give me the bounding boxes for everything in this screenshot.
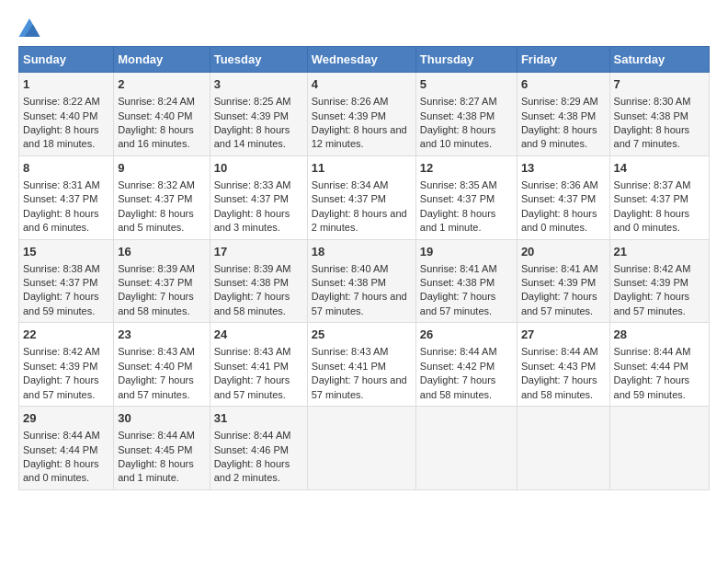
day-number: 26	[420, 327, 513, 343]
day-number: 20	[521, 244, 606, 260]
day-number: 16	[118, 244, 205, 260]
sunrise: Sunrise: 8:43 AM	[312, 346, 389, 357]
calendar-cell	[517, 407, 609, 490]
sunrise: Sunrise: 8:33 AM	[214, 179, 291, 190]
calendar-cell: 18Sunrise: 8:40 AMSunset: 4:38 PMDayligh…	[307, 239, 415, 323]
daylight: Daylight: 7 hours and 58 minutes.	[214, 291, 290, 316]
sunset: Sunset: 4:40 PM	[118, 361, 192, 372]
day-number: 3	[214, 76, 303, 93]
sunset: Sunset: 4:41 PM	[312, 361, 386, 372]
sunrise: Sunrise: 8:39 AM	[118, 263, 195, 274]
daylight: Daylight: 7 hours and 58 minutes.	[420, 374, 496, 399]
sunset: Sunset: 4:40 PM	[23, 110, 97, 121]
day-number: 24	[214, 327, 303, 343]
calendar-cell	[307, 407, 415, 490]
sunrise: Sunrise: 8:44 AM	[214, 430, 291, 441]
daylight: Daylight: 8 hours and 14 minutes.	[214, 124, 290, 149]
sunset: Sunset: 4:37 PM	[23, 193, 97, 204]
sunset: Sunset: 4:39 PM	[23, 361, 97, 372]
day-number: 15	[23, 244, 109, 260]
calendar-cell: 29Sunrise: 8:44 AMSunset: 4:44 PMDayligh…	[19, 407, 114, 490]
day-number: 23	[118, 327, 205, 343]
calendar-table: SundayMondayTuesdayWednesdayThursdayFrid…	[18, 46, 710, 490]
sunset: Sunset: 4:40 PM	[118, 110, 192, 121]
calendar-cell	[415, 407, 517, 490]
calendar-cell: 21Sunrise: 8:42 AMSunset: 4:39 PMDayligh…	[609, 239, 709, 323]
header-day-monday: Monday	[114, 47, 210, 73]
day-number: 31	[214, 410, 303, 427]
calendar-cell: 14Sunrise: 8:37 AMSunset: 4:37 PMDayligh…	[609, 155, 709, 239]
sunset: Sunset: 4:41 PM	[214, 361, 289, 372]
logo-icon	[18, 18, 40, 37]
calendar-cell: 16Sunrise: 8:39 AMSunset: 4:37 PMDayligh…	[114, 239, 210, 323]
sunset: Sunset: 4:38 PM	[614, 110, 688, 121]
sunrise: Sunrise: 8:44 AM	[118, 430, 195, 441]
daylight: Daylight: 7 hours and 57 minutes.	[23, 374, 99, 399]
sunset: Sunset: 4:37 PM	[312, 193, 386, 204]
sunrise: Sunrise: 8:43 AM	[118, 346, 195, 357]
daylight: Daylight: 8 hours and 2 minutes.	[214, 458, 290, 483]
day-number: 9	[118, 160, 205, 177]
calendar-cell: 20Sunrise: 8:41 AMSunset: 4:39 PMDayligh…	[517, 239, 609, 323]
sunset: Sunset: 4:39 PM	[614, 277, 688, 288]
calendar-cell: 27Sunrise: 8:44 AMSunset: 4:43 PMDayligh…	[517, 323, 609, 407]
header-day-wednesday: Wednesday	[307, 47, 415, 73]
calendar-cell: 30Sunrise: 8:44 AMSunset: 4:45 PMDayligh…	[114, 407, 210, 490]
calendar-header: SundayMondayTuesdayWednesdayThursdayFrid…	[19, 47, 710, 73]
daylight: Daylight: 8 hours and 6 minutes.	[23, 208, 99, 233]
sunset: Sunset: 4:45 PM	[118, 444, 192, 455]
week-row-4: 22Sunrise: 8:42 AMSunset: 4:39 PMDayligh…	[19, 323, 710, 407]
day-number: 11	[312, 160, 412, 177]
calendar-cell: 31Sunrise: 8:44 AMSunset: 4:46 PMDayligh…	[210, 407, 307, 490]
daylight: Daylight: 8 hours and 1 minute.	[118, 458, 194, 483]
sunrise: Sunrise: 8:25 AM	[214, 96, 291, 107]
calendar-cell: 1Sunrise: 8:22 AMSunset: 4:40 PMDaylight…	[19, 73, 114, 156]
sunset: Sunset: 4:37 PM	[521, 193, 596, 204]
day-number: 18	[312, 244, 412, 260]
sunrise: Sunrise: 8:31 AM	[23, 179, 100, 190]
header-day-sunday: Sunday	[19, 47, 114, 73]
sunrise: Sunrise: 8:44 AM	[521, 346, 598, 357]
day-number: 7	[614, 76, 705, 93]
sunrise: Sunrise: 8:41 AM	[521, 263, 598, 274]
daylight: Daylight: 8 hours and 0 minutes.	[23, 458, 99, 483]
calendar-cell: 15Sunrise: 8:38 AMSunset: 4:37 PMDayligh…	[19, 239, 114, 323]
daylight: Daylight: 7 hours and 58 minutes.	[521, 374, 597, 399]
calendar-cell: 22Sunrise: 8:42 AMSunset: 4:39 PMDayligh…	[19, 323, 114, 407]
header-day-thursday: Thursday	[415, 47, 517, 73]
calendar-cell: 2Sunrise: 8:24 AMSunset: 4:40 PMDaylight…	[114, 73, 210, 156]
calendar-cell: 17Sunrise: 8:39 AMSunset: 4:38 PMDayligh…	[210, 239, 307, 323]
daylight: Daylight: 8 hours and 10 minutes.	[420, 124, 496, 149]
sunrise: Sunrise: 8:35 AM	[420, 179, 497, 190]
daylight: Daylight: 8 hours and 1 minute.	[420, 208, 496, 233]
day-number: 19	[420, 244, 513, 260]
sunset: Sunset: 4:37 PM	[118, 277, 192, 288]
daylight: Daylight: 8 hours and 9 minutes.	[521, 124, 597, 149]
week-row-5: 29Sunrise: 8:44 AMSunset: 4:44 PMDayligh…	[19, 407, 710, 490]
daylight: Daylight: 7 hours and 57 minutes.	[521, 291, 597, 316]
day-number: 2	[118, 76, 205, 93]
sunset: Sunset: 4:38 PM	[521, 110, 596, 121]
sunset: Sunset: 4:38 PM	[214, 277, 289, 288]
day-number: 10	[214, 160, 303, 177]
calendar-cell: 24Sunrise: 8:43 AMSunset: 4:41 PMDayligh…	[210, 323, 307, 407]
sunset: Sunset: 4:44 PM	[23, 444, 97, 455]
week-row-3: 15Sunrise: 8:38 AMSunset: 4:37 PMDayligh…	[19, 239, 710, 323]
header-row: SundayMondayTuesdayWednesdayThursdayFrid…	[19, 47, 710, 73]
day-number: 30	[118, 410, 205, 427]
sunrise: Sunrise: 8:44 AM	[420, 346, 497, 357]
daylight: Daylight: 8 hours and 5 minutes.	[118, 208, 194, 233]
calendar-cell	[609, 407, 709, 490]
sunrise: Sunrise: 8:27 AM	[420, 96, 497, 107]
daylight: Daylight: 7 hours and 58 minutes.	[118, 291, 194, 316]
sunset: Sunset: 4:43 PM	[521, 361, 596, 372]
header-day-friday: Friday	[517, 47, 609, 73]
day-number: 17	[214, 244, 303, 260]
sunrise: Sunrise: 8:44 AM	[23, 430, 100, 441]
day-number: 27	[521, 327, 606, 343]
calendar-cell: 13Sunrise: 8:36 AMSunset: 4:37 PMDayligh…	[517, 155, 609, 239]
daylight: Daylight: 7 hours and 57 minutes.	[614, 291, 690, 316]
calendar-body: 1Sunrise: 8:22 AMSunset: 4:40 PMDaylight…	[19, 73, 710, 490]
daylight: Daylight: 8 hours and 2 minutes.	[312, 208, 407, 233]
calendar-cell: 6Sunrise: 8:29 AMSunset: 4:38 PMDaylight…	[517, 73, 609, 156]
